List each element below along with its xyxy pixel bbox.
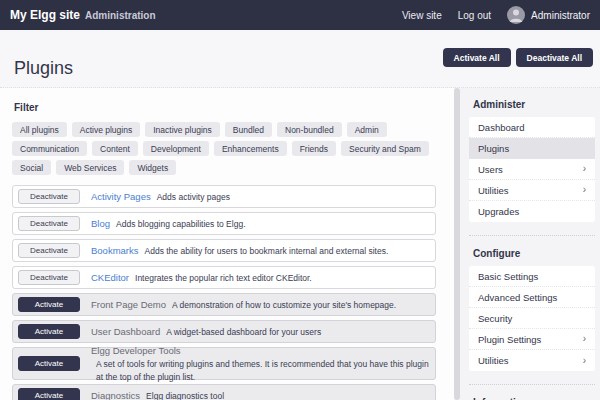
sidebar-item-label: Utilities bbox=[478, 355, 509, 366]
plugin-row: DeactivateActivity PagesAdds activity pa… bbox=[12, 185, 436, 208]
log-out-link[interactable]: Log out bbox=[458, 10, 491, 21]
plugin-info: Elgg Developer ToolsA set of tools for w… bbox=[91, 344, 435, 384]
plugin-row: ActivateUser DashboardA widget-based das… bbox=[12, 320, 436, 343]
sidebar-item-users[interactable]: Users› bbox=[469, 159, 595, 180]
filter-tag-enhancements[interactable]: Enhancements bbox=[214, 141, 287, 156]
plugin-row: ActivateElgg Developer ToolsA set of too… bbox=[12, 347, 436, 380]
sidebar-item-label: Upgrades bbox=[478, 206, 519, 217]
filter-tag-content[interactable]: Content bbox=[92, 141, 138, 156]
plugin-name[interactable]: Blog bbox=[91, 218, 110, 229]
filter-tag-communication[interactable]: Communication bbox=[12, 141, 87, 156]
sidebar-section-information: InformationCronStatistics bbox=[469, 384, 595, 400]
plugin-info: BookmarksAdds the ability for users to b… bbox=[91, 245, 388, 256]
deactivate-button[interactable]: Deactivate bbox=[18, 270, 80, 285]
header-actions: Activate All Deactivate All bbox=[443, 48, 593, 67]
topbar-actions: View site Log out Administrator bbox=[402, 6, 590, 24]
sidebar-item-label: Dashboard bbox=[478, 122, 524, 133]
filter-tag-inactive-plugins[interactable]: Inactive plugins bbox=[145, 122, 220, 137]
plugin-description: A set of tools for writing plugins and t… bbox=[96, 358, 435, 384]
topbar-branding: My Elgg site Administration bbox=[10, 8, 156, 22]
plugin-description: Elgg diagnostics tool bbox=[146, 391, 224, 400]
plugin-name: Elgg Developer Tools bbox=[91, 344, 435, 358]
plugin-description: Adds the ability for users to bookmark i… bbox=[145, 246, 389, 256]
filter-tag-non-bundled[interactable]: Non-bundled bbox=[277, 122, 342, 137]
plugin-info: DiagnosticsElgg diagnostics tool bbox=[91, 390, 224, 400]
filter-tag-social[interactable]: Social bbox=[12, 160, 51, 175]
deactivate-all-button[interactable]: Deactivate All bbox=[516, 48, 593, 67]
sidebar-menu-box: Basic SettingsAdvanced SettingsSecurityP… bbox=[469, 266, 595, 371]
sidebar-item-plugin-settings[interactable]: Plugin Settings› bbox=[469, 329, 595, 350]
sidebar-item-label: Users bbox=[478, 164, 503, 175]
page-title: Plugins bbox=[14, 58, 73, 79]
sidebar-item-label: Plugin Settings bbox=[478, 334, 541, 345]
deactivate-button[interactable]: Deactivate bbox=[18, 216, 80, 231]
plugin-info: Front Page DemoA demonstration of how to… bbox=[91, 299, 396, 310]
content-area: Filter All pluginsActive pluginsInactive… bbox=[0, 88, 600, 400]
username-menu[interactable]: Administrator bbox=[531, 10, 590, 21]
sidebar-item-label: Plugins bbox=[478, 143, 509, 154]
filter-tags: All pluginsActive pluginsInactive plugin… bbox=[12, 122, 447, 175]
sidebar-item-utilities[interactable]: Utilities› bbox=[469, 180, 595, 201]
sidebar-item-label: Utilities bbox=[478, 185, 509, 196]
view-site-link[interactable]: View site bbox=[402, 10, 442, 21]
plugin-row: ActivateDiagnosticsElgg diagnostics tool bbox=[12, 384, 436, 400]
filter-tag-friends[interactable]: Friends bbox=[292, 141, 336, 156]
sidebar: AdministerDashboardPluginsUsers›Utilitie… bbox=[460, 88, 600, 400]
sidebar-item-basic-settings[interactable]: Basic Settings bbox=[469, 266, 595, 287]
chevron-right-icon: › bbox=[583, 356, 586, 366]
filter-tag-widgets[interactable]: Widgets bbox=[129, 160, 176, 175]
chevron-right-icon: › bbox=[583, 334, 586, 344]
plugin-list: DeactivateActivity PagesAdds activity pa… bbox=[12, 185, 454, 400]
plugin-name[interactable]: CKEditor bbox=[91, 272, 129, 283]
activate-button[interactable]: Activate bbox=[18, 297, 80, 312]
main-panel: Filter All pluginsActive pluginsInactive… bbox=[0, 88, 454, 400]
plugin-name: Front Page Demo bbox=[91, 299, 166, 310]
topbar: My Elgg site Administration View site Lo… bbox=[0, 0, 600, 30]
plugin-row: DeactivateBookmarksAdds the ability for … bbox=[12, 239, 436, 262]
chevron-right-icon: › bbox=[583, 164, 586, 174]
sidebar-item-upgrades[interactable]: Upgrades bbox=[469, 201, 595, 222]
sidebar-item-label: Advanced Settings bbox=[478, 292, 557, 303]
plugin-description: A widget-based dashboard for your users bbox=[166, 327, 321, 337]
filter-tag-all-plugins[interactable]: All plugins bbox=[12, 122, 67, 137]
plugin-description: A demonstration of how to customize your… bbox=[172, 300, 396, 310]
plugin-name[interactable]: Bookmarks bbox=[91, 245, 139, 256]
plugin-description: Integrates the popular rich text editor … bbox=[135, 273, 312, 283]
plugin-info: CKEditorIntegrates the popular rich text… bbox=[91, 272, 312, 283]
sidebar-section-configure: ConfigureBasic SettingsAdvanced Settings… bbox=[469, 235, 595, 371]
plugin-info: Activity PagesAdds activity pages bbox=[91, 191, 230, 202]
plugin-description: Adds activity pages bbox=[157, 192, 230, 202]
plugin-name[interactable]: Activity Pages bbox=[91, 191, 151, 202]
sidebar-menu-box: DashboardPluginsUsers›Utilities›Upgrades bbox=[469, 117, 595, 222]
page-header: Plugins Activate All Deactivate All bbox=[0, 30, 600, 88]
sidebar-item-advanced-settings[interactable]: Advanced Settings bbox=[469, 287, 595, 308]
site-title-link[interactable]: My Elgg site bbox=[10, 8, 80, 22]
person-icon[interactable] bbox=[507, 6, 525, 24]
plugin-info: BlogAdds blogging capabilities to Elgg. bbox=[91, 218, 246, 229]
sidebar-section-title: Configure bbox=[473, 248, 595, 259]
filter-tag-web-services[interactable]: Web Services bbox=[56, 160, 124, 175]
filter-tag-security-and-spam[interactable]: Security and Spam bbox=[341, 141, 429, 156]
activate-button[interactable]: Activate bbox=[18, 356, 80, 371]
plugin-name: Diagnostics bbox=[91, 390, 140, 400]
sidebar-item-plugins[interactable]: Plugins bbox=[469, 138, 595, 159]
sidebar-item-utilities[interactable]: Utilities› bbox=[469, 350, 595, 371]
filter-tag-active-plugins[interactable]: Active plugins bbox=[72, 122, 140, 137]
filter-label: Filter bbox=[14, 102, 454, 113]
sidebar-item-label: Security bbox=[478, 313, 512, 324]
plugin-row: DeactivateBlogAdds blogging capabilities… bbox=[12, 212, 436, 235]
sidebar-item-dashboard[interactable]: Dashboard bbox=[469, 117, 595, 138]
filter-tag-bundled[interactable]: Bundled bbox=[225, 122, 272, 137]
admin-context-label: Administration bbox=[85, 10, 156, 21]
chevron-right-icon: › bbox=[583, 185, 586, 195]
activate-all-button[interactable]: Activate All bbox=[443, 48, 511, 67]
sidebar-section-administer: AdministerDashboardPluginsUsers›Utilitie… bbox=[469, 99, 595, 222]
filter-tag-development[interactable]: Development bbox=[143, 141, 209, 156]
activate-button[interactable]: Activate bbox=[18, 388, 80, 400]
sidebar-item-label: Basic Settings bbox=[478, 271, 538, 282]
deactivate-button[interactable]: Deactivate bbox=[18, 243, 80, 258]
filter-tag-admin[interactable]: Admin bbox=[347, 122, 387, 137]
deactivate-button[interactable]: Deactivate bbox=[18, 189, 80, 204]
sidebar-item-security[interactable]: Security bbox=[469, 308, 595, 329]
activate-button[interactable]: Activate bbox=[18, 324, 80, 339]
